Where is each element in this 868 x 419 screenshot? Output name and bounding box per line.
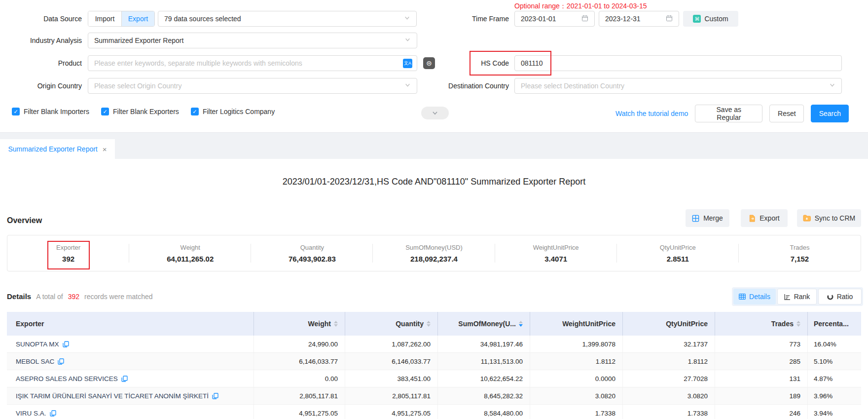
sum-of-money-cell: 8,645,282.32 <box>437 387 530 404</box>
exporter-name-link[interactable]: VIRU S.A. <box>16 410 46 417</box>
table-row: VIRU S.A. 4,951,275.05 4,951,275.05 8,58… <box>7 405 861 419</box>
start-date-value: 2023-01-01 <box>521 15 556 23</box>
exporter-name-link[interactable]: MEBOL SAC <box>16 358 54 365</box>
export-toggle[interactable]: Export <box>121 11 154 26</box>
tutorial-demo-link[interactable]: Watch the tutorial demo <box>615 110 688 117</box>
total-prefix: A total of <box>36 293 63 301</box>
stat-exporter: Exporter 392 <box>7 235 129 271</box>
table-row: IŞIK TARIM ÜRÜNLERİ SANAYİ VE TİCARET AN… <box>7 387 861 405</box>
trades-cell: 131 <box>715 370 807 387</box>
exporter-name-link[interactable]: SUNOPTA MX <box>16 341 59 348</box>
copy-icon[interactable] <box>63 341 69 347</box>
exporter-name-link[interactable]: IŞIK TARIM ÜRÜNLERİ SANAYİ VE TİCARET AN… <box>16 392 209 400</box>
translate-icon[interactable]: 文A <box>403 59 412 68</box>
checkbox-filter-blank-exporters[interactable]: ✓ Filter Blank Exporters <box>101 108 179 115</box>
weight-cell: 24,990.00 <box>253 336 345 352</box>
column-header-percentage[interactable]: Percenta... <box>807 312 861 336</box>
sort-icon[interactable] <box>334 321 338 327</box>
chevron-down-icon <box>404 37 411 44</box>
start-date-input[interactable]: 2023-01-01 <box>514 11 595 27</box>
industry-analysis-value: Summarized Exporter Report <box>94 37 183 44</box>
sort-icon[interactable] <box>427 321 431 327</box>
hs-code-label: HS Code <box>434 59 509 67</box>
custom-range-button[interactable]: ⌘ Custom <box>683 11 738 27</box>
copy-icon[interactable] <box>212 393 218 399</box>
import-toggle[interactable]: Import <box>88 11 121 26</box>
product-input[interactable]: Please enter keywords, separate multiple… <box>88 55 417 71</box>
column-header-weight[interactable]: Weight <box>253 312 345 336</box>
reset-button[interactable]: Reset <box>769 105 804 122</box>
view-details-button[interactable]: Details <box>733 289 776 305</box>
collapse-filters-button[interactable] <box>421 107 449 119</box>
merge-button[interactable]: Merge <box>686 209 729 227</box>
copy-icon[interactable] <box>58 358 64 365</box>
destination-country-select[interactable]: Please select Destination Country <box>514 78 842 94</box>
copy-icon[interactable] <box>121 376 128 382</box>
data-sources-select[interactable]: 79 data sources selected <box>158 11 417 27</box>
view-ratio-button[interactable]: Ratio <box>818 289 862 305</box>
column-header-quantity[interactable]: Quantity <box>345 312 437 336</box>
stat-trades: Trades 7,152 <box>739 235 861 271</box>
qty-unit-price-cell: 3.0820 <box>622 387 715 404</box>
column-header-sum-of-money[interactable]: SumOfMoney(U... <box>437 312 530 336</box>
origin-country-select[interactable]: Please select Origin Country <box>88 78 417 94</box>
destination-country-placeholder: Please select Destination Country <box>521 82 624 90</box>
weight-cell: 6,146,033.77 <box>253 353 345 370</box>
sort-icon-active-desc[interactable] <box>519 321 523 327</box>
destination-country-label: Destination Country <box>434 82 509 90</box>
origin-country-label: Origin Country <box>3 82 82 90</box>
hs-code-input[interactable]: 081110 <box>514 55 842 71</box>
overview-heading: Overview <box>7 216 42 225</box>
checkbox-filter-blank-importers[interactable]: ✓ Filter Blank Importers <box>12 108 89 115</box>
checkbox-label: Filter Blank Exporters <box>113 108 179 115</box>
search-button[interactable]: Search <box>811 105 849 122</box>
column-header-weight-unit-price[interactable]: WeightUnitPrice <box>530 312 622 336</box>
weight-cell: 0.00 <box>253 370 345 387</box>
rank-icon <box>784 294 791 300</box>
sort-icon[interactable] <box>796 321 800 327</box>
tab-summarized-exporter-report[interactable]: Summarized Exporter Report × <box>0 139 115 159</box>
weight-unit-price-cell: 1,399.8078 <box>530 336 622 352</box>
filter-checkbox-row: ✓ Filter Blank Importers ✓ Filter Blank … <box>12 108 275 115</box>
table-row: MEBOL SAC 6,146,033.77 6,146,033.77 11,1… <box>7 353 861 370</box>
sync-to-crm-label: Sync to CRM <box>815 214 855 222</box>
stat-value: 76,493,902.83 <box>289 255 336 263</box>
close-icon[interactable]: × <box>103 145 107 153</box>
merge-label: Merge <box>703 214 723 222</box>
sync-to-crm-button[interactable]: Sync to CRM <box>797 209 861 227</box>
stat-label: Exporter <box>56 244 80 251</box>
export-button[interactable]: Export <box>741 209 788 227</box>
trades-cell: 285 <box>715 353 807 370</box>
quantity-cell: 1,087,262.00 <box>345 336 437 352</box>
exporter-name-link[interactable]: ASEPRO SALES AND SERVICES <box>16 375 118 382</box>
column-header-exporter[interactable]: Exporter <box>7 312 253 336</box>
qty-unit-price-cell: 1.8112 <box>622 353 715 370</box>
sum-of-money-cell: 10,622,654.22 <box>437 370 530 387</box>
industry-analysis-select[interactable]: Summarized Exporter Report <box>88 33 417 48</box>
calendar-icon <box>581 15 588 23</box>
report-title: 2023/01/01-2023/12/31,HS Code AND"081110… <box>0 177 868 187</box>
column-header-trades[interactable]: Trades <box>715 312 807 336</box>
stat-label: Quantity <box>300 244 324 251</box>
table-icon <box>739 294 746 300</box>
save-as-regular-button[interactable]: Save as Regular <box>695 105 762 122</box>
percentage-cell: 16.04% <box>807 336 861 352</box>
quantity-cell: 383,451.00 <box>345 370 437 387</box>
data-source-toggle: Import Export <box>88 11 155 27</box>
details-header: Details A total of 392 records were matc… <box>7 292 153 301</box>
chevron-down-icon <box>829 82 835 90</box>
data-sources-value: 79 data sources selected <box>164 15 241 23</box>
assistant-icon[interactable]: ⊜ <box>423 57 435 69</box>
details-table: Exporter Weight Quantity SumOfMoney(U...… <box>7 312 861 419</box>
total-count: 392 <box>68 293 79 301</box>
weight-cell: 4,951,275.05 <box>253 405 345 419</box>
hs-code-value: 081110 <box>521 59 543 67</box>
stat-value: 64,011,265.02 <box>167 255 214 263</box>
checkbox-filter-logitics-company[interactable]: ✓ Filter Logitics Company <box>191 108 275 115</box>
column-header-qty-unit-price[interactable]: QtyUnitPrice <box>622 312 715 336</box>
view-rank-button[interactable]: Rank <box>777 289 817 305</box>
stat-value: 218,092,237.4 <box>410 255 458 263</box>
end-date-input[interactable]: 2023-12-31 <box>599 11 679 27</box>
checkbox-label: Filter Logitics Company <box>203 108 275 115</box>
copy-icon[interactable] <box>50 410 56 417</box>
